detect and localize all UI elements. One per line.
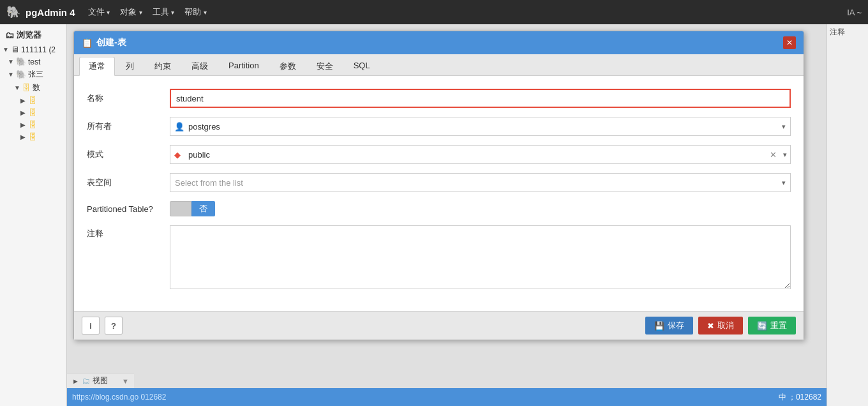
modal-close-button[interactable]: ✕ <box>783 36 796 49</box>
schema-icon3: 🗄 <box>29 120 37 130</box>
content-area: 📋 创建-表 ✕ 通常 列 约束 高级 Partition 参数 安全 SQL <box>67 24 827 406</box>
comment-textarea[interactable] <box>170 225 791 289</box>
owner-select[interactable]: postgres <box>170 117 791 136</box>
tree-arrow-db: ▼ <box>14 84 20 91</box>
sidebar-header: 🗂 浏览器 <box>0 27 66 43</box>
tree-item-test[interactable]: ▼ 🐘 test <box>0 56 66 68</box>
reset-icon: 🔄 <box>757 321 767 331</box>
sidebar-bottom-view: ► 🗂 视图 ▼ <box>67 373 134 388</box>
view-label: 视图 <box>93 375 108 386</box>
tablespace-row: 表空间 Select from the list ▾ <box>87 173 791 192</box>
modal-tabs: 通常 列 约束 高级 Partition 参数 安全 SQL <box>74 54 804 76</box>
tablespace-select-wrapper: Select from the list ▾ <box>170 173 791 192</box>
cancel-icon: ✖ <box>707 321 714 331</box>
schema-icon4: 🗄 <box>29 132 37 142</box>
tree-item-schema3[interactable]: ▶ 🗄 <box>0 119 66 131</box>
view-icon: 🗂 <box>82 376 90 386</box>
modal-overlay: 📋 创建-表 ✕ 通常 列 约束 高级 Partition 参数 安全 SQL <box>67 24 827 406</box>
toggle-wrapper: 否 <box>170 201 215 216</box>
menu-file[interactable]: 文件 ▾ <box>88 6 110 18</box>
schema-select[interactable]: public <box>170 145 791 164</box>
tab-general[interactable]: 通常 <box>79 57 115 76</box>
bottom-bar: https://blog.csdn.go 012682 中 ；012682 <box>67 388 827 406</box>
db-icon: 🗄 <box>22 83 31 93</box>
tree-label-test: test <box>28 57 40 66</box>
tree-item-schema4[interactable]: ▶ 🗄 <box>0 131 66 143</box>
tab-sql[interactable]: SQL <box>344 57 380 75</box>
schema-row: 模式 ◆ public ✕ ▾ <box>87 145 791 164</box>
tree-label-db: 数 <box>33 82 40 93</box>
menubar-menus: 文件 ▾ 对象 ▾ 工具 ▾ 帮助 ▾ <box>88 6 207 18</box>
bottom-right: 中 ；012682 <box>779 392 821 403</box>
tab-partition[interactable]: Partition <box>219 57 269 75</box>
tree-arrow-zhangsan: ▼ <box>8 71 14 78</box>
server-icon: 🖥 <box>11 45 19 54</box>
save-button[interactable]: 💾 保存 <box>645 317 693 335</box>
tree-arrow-schema: ▶ <box>20 97 27 104</box>
browser-icon: 🗂 <box>5 30 14 40</box>
comment-label: 注释 <box>87 225 170 239</box>
menu-help[interactable]: 帮助 ▾ <box>184 6 207 18</box>
tree-item-root[interactable]: ▼ 🖥 111111 (2 <box>0 43 66 56</box>
owner-select-wrapper: 👤 postgres ▾ <box>170 117 791 136</box>
schema-clear-button[interactable]: ✕ <box>770 150 777 160</box>
toggle-no-button[interactable]: 否 <box>191 201 215 216</box>
save-icon: 💾 <box>654 321 664 331</box>
create-table-modal: 📋 创建-表 ✕ 通常 列 约束 高级 Partition 参数 安全 SQL <box>73 31 804 340</box>
menu-object[interactable]: 对象 ▾ <box>120 6 142 18</box>
tree-arrow-schema3: ▶ <box>20 121 27 128</box>
tab-security[interactable]: 安全 <box>307 57 343 75</box>
tab-parameters[interactable]: 参数 <box>270 57 306 75</box>
toggle-off-button[interactable] <box>170 201 191 216</box>
ia-indicator: IA ~ <box>847 8 862 17</box>
tree-item-db[interactable]: ▼ 🗄 数 <box>0 81 66 94</box>
app-brand: 🐘 pgAdmin 4 <box>6 5 75 19</box>
elephant-icon-test: 🐘 <box>16 57 26 66</box>
comment-row: 注释 <box>87 225 791 289</box>
tab-advanced[interactable]: 高级 <box>182 57 218 75</box>
cancel-label: 取消 <box>717 320 734 331</box>
bottom-url: https://blog.csdn.go 012682 <box>72 393 166 402</box>
tab-constraints[interactable]: 约束 <box>145 57 181 75</box>
app-name: pgAdmin 4 <box>26 7 75 18</box>
tree-item-zhangsan[interactable]: ▼ 🐘 张三 <box>0 68 66 81</box>
name-row: 名称 <box>87 89 791 108</box>
view-expand-arrow[interactable]: ► <box>72 377 79 385</box>
footer-left: i ? <box>82 317 123 335</box>
reset-label: 重置 <box>770 320 787 331</box>
main-layout: 🗂 浏览器 ▼ 🖥 111111 (2 ▼ 🐘 test ▼ 🐘 张三 ▼ 🗄 … <box>0 24 868 406</box>
tree-item-schema[interactable]: ▶ 🗄 <box>0 94 66 107</box>
modal-footer: i ? 💾 保存 ✖ 取消 🔄 <box>74 311 804 340</box>
name-label: 名称 <box>87 93 170 104</box>
tablespace-label: 表空间 <box>87 177 170 188</box>
menubar: 🐘 pgAdmin 4 文件 ▾ 对象 ▾ 工具 ▾ 帮助 ▾ IA ~ <box>0 0 868 24</box>
menu-tools[interactable]: 工具 ▾ <box>153 6 175 18</box>
partitioned-label: Partitioned Table? <box>87 204 170 214</box>
tree-arrow-test: ▼ <box>8 58 14 65</box>
schema-select-wrapper: ◆ public ✕ ▾ <box>170 145 791 164</box>
modal-body: 名称 所有者 👤 postgres ▾ <box>74 76 804 311</box>
owner-label: 所有者 <box>87 121 170 132</box>
name-input[interactable] <box>170 89 791 108</box>
help-button[interactable]: ? <box>105 317 123 335</box>
sidebar-title: 浏览器 <box>17 29 41 41</box>
tree-arrow-schema4: ▶ <box>20 133 27 140</box>
modal-title: 📋 创建-表 <box>82 37 126 49</box>
elephant-icon-zhangsan: 🐘 <box>16 70 26 79</box>
bottom-right-text: 中 ；012682 <box>779 392 821 403</box>
schema-icon: 🗄 <box>29 96 37 105</box>
schema-label: 模式 <box>87 149 170 160</box>
partitioned-row: Partitioned Table? 否 <box>87 201 791 216</box>
info-button[interactable]: i <box>82 317 100 335</box>
table-icon: 📋 <box>82 38 93 48</box>
sidebar: 🗂 浏览器 ▼ 🖥 111111 (2 ▼ 🐘 test ▼ 🐘 张三 ▼ 🗄 … <box>0 24 67 406</box>
reset-button[interactable]: 🔄 重置 <box>748 317 796 335</box>
elephant-icon: 🐘 <box>6 5 20 19</box>
view-scroll-btn[interactable]: ▼ <box>122 377 129 385</box>
tab-columns[interactable]: 列 <box>116 57 144 75</box>
modal-header: 📋 创建-表 ✕ <box>74 31 804 54</box>
tree-item-schema2[interactable]: ▶ 🗄 <box>0 107 66 119</box>
tree-arrow: ▼ <box>3 46 9 53</box>
cancel-button[interactable]: ✖ 取消 <box>698 317 743 335</box>
tablespace-select[interactable] <box>170 173 791 192</box>
